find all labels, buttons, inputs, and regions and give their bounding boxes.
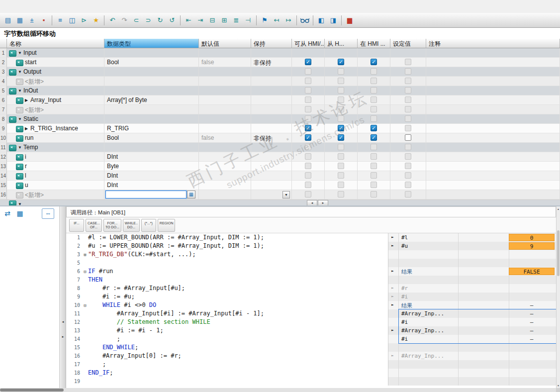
comment-cell[interactable] <box>426 143 560 152</box>
redo-icon[interactable]: ↷ <box>119 15 130 26</box>
comment-cell[interactable] <box>426 86 560 96</box>
comment-cell[interactable] <box>426 171 560 181</box>
retain-cell[interactable] <box>251 181 292 190</box>
variable-name[interactable]: R_TRIG_Instance <box>30 125 78 132</box>
column-header-hmi-accessible[interactable]: 可从 HMI/... <box>292 39 325 48</box>
column-header-comment[interactable]: 注释 <box>426 39 560 48</box>
datatype-cell[interactable] <box>104 77 199 86</box>
variable-name[interactable]: l <box>25 172 26 179</box>
watch-row[interactable]: ►#r <box>388 284 556 293</box>
retain-cell[interactable]: ▼ <box>251 190 292 199</box>
insert-network-icon[interactable]: ▤ <box>2 15 13 26</box>
comment-cell[interactable] <box>426 190 560 199</box>
comment-cell[interactable] <box>426 105 560 114</box>
retain-cell[interactable] <box>251 124 292 133</box>
datatype-cell[interactable]: R_TRIG <box>104 124 199 133</box>
comment-cell[interactable] <box>426 181 560 190</box>
watch-row[interactable]: ►结果FALSE <box>388 267 556 276</box>
retain-cell[interactable]: 非保持 <box>251 58 292 67</box>
retain-cell[interactable] <box>251 105 292 114</box>
goto-block-icon[interactable]: ◫ <box>67 15 78 26</box>
retain-dropdown-button[interactable]: ▼ <box>282 191 290 198</box>
column-header-setpoint[interactable]: 设定值 <box>390 39 426 48</box>
snippet-while-button[interactable]: WHILE.. DO... <box>123 219 140 232</box>
retain-cell[interactable] <box>251 143 292 152</box>
collapse-triangle[interactable]: ▼ <box>18 87 23 93</box>
scroll-up-arrow[interactable]: ▲ <box>557 206 560 211</box>
datatype-cell[interactable]: Bool <box>104 58 199 67</box>
default-value-cell[interactable] <box>199 143 251 152</box>
indent-icon[interactable]: ⇥ <box>195 15 206 26</box>
datatype-cell[interactable] <box>104 67 199 77</box>
variable-name[interactable]: run <box>25 134 33 141</box>
expand-all-icon[interactable]: ⊞ <box>219 15 230 26</box>
retain-cell[interactable] <box>251 86 292 96</box>
retain-cell[interactable] <box>251 152 292 162</box>
retain-cell[interactable] <box>251 48 292 58</box>
snippet-comment-button[interactable]: (*...*) <box>141 219 156 232</box>
comment-cell[interactable] <box>426 67 560 77</box>
watch-row[interactable]: ►#i <box>388 293 556 301</box>
pane-splitter[interactable]: ◄ ► <box>60 206 66 388</box>
watch-row[interactable]: ►#l0 <box>388 233 556 242</box>
comment-cell[interactable] <box>426 48 560 58</box>
fold-toggle[interactable]: ⊟ <box>82 268 88 276</box>
add-block-icon[interactable]: ▦ <box>14 15 25 26</box>
step-back-icon[interactable]: ↤ <box>271 15 282 26</box>
hmi-writable-checkbox[interactable]: ✓ <box>338 125 344 131</box>
datatype-browse-button[interactable]: ▦ <box>187 191 195 198</box>
absolute-symbolic-icon[interactable]: ⊣ <box>243 15 254 26</box>
watch-row[interactable]: #Array_Inp...– <box>388 309 556 318</box>
snapshot-icon[interactable]: ◧ <box>316 15 327 26</box>
stop-monitor-icon[interactable]: ▆ <box>344 15 355 26</box>
expand-triangle[interactable]: ▶ <box>25 125 30 131</box>
hmi-accessible-checkbox[interactable]: ✓ <box>305 134 311 141</box>
collapse-triangle[interactable]: ▼ <box>18 49 23 55</box>
call-structure-icon[interactable]: ⊳ <box>79 15 90 26</box>
datatype-cell[interactable]: ▦ <box>104 190 199 199</box>
fold-toggle[interactable]: ⊞ <box>82 251 88 259</box>
column-header-hmi-writable[interactable]: 从 H... <box>325 39 358 48</box>
comment-cell[interactable] <box>426 152 560 162</box>
snippet-for-button[interactable]: FOR... TO DO... <box>103 219 121 232</box>
watch-row[interactable]: #i– <box>388 335 556 343</box>
default-value-cell[interactable] <box>199 171 251 181</box>
variable-name[interactable]: i <box>25 153 26 160</box>
hmi-writable-checkbox[interactable]: ✓ <box>338 59 344 65</box>
show-comments-icon[interactable]: ≣ <box>231 15 242 26</box>
variable-name[interactable]: <新增> <box>25 106 44 113</box>
default-value-cell[interactable] <box>199 96 251 105</box>
column-header-name[interactable]: 名称 <box>7 39 104 48</box>
default-value-cell[interactable] <box>199 114 251 124</box>
datatype-input[interactable] <box>105 191 187 198</box>
datatype-cell[interactable]: DInt <box>104 152 199 162</box>
default-value-cell[interactable] <box>199 67 251 77</box>
favorites-icon[interactable]: ★ <box>91 15 101 26</box>
default-value-cell[interactable] <box>199 190 251 199</box>
variable-name[interactable]: <新增> <box>25 78 44 85</box>
datatype-cell[interactable]: DInt <box>104 181 199 190</box>
datatype-cell[interactable]: Bool <box>104 133 199 143</box>
column-header-datatype[interactable]: 数据类型 <box>104 39 199 48</box>
code-area[interactable]: 1#l := LOWER_BOUND(ARR := #Array_Input, … <box>66 233 556 388</box>
datatype-cell[interactable]: Array[*] of Byte <box>104 96 199 105</box>
datatype-cell[interactable] <box>104 143 199 152</box>
datatype-cell[interactable]: Byte <box>104 162 199 171</box>
hmi-visible-checkbox[interactable]: ✓ <box>371 59 377 65</box>
watch-row[interactable]: ►#u9 <box>388 242 556 250</box>
watch-row[interactable]: ►#Array_Inp...– <box>388 326 556 335</box>
outdent-icon[interactable]: ⇤ <box>183 15 194 26</box>
snippet-region-button[interactable]: REGION <box>158 219 176 232</box>
datatype-cell[interactable] <box>104 48 199 58</box>
network-overview-icon[interactable]: ▦ <box>15 208 25 218</box>
vertical-scrollbar[interactable]: ▲ ▼ <box>556 206 560 388</box>
hmi-accessible-checkbox[interactable]: ✓ <box>305 59 311 65</box>
fold-toggle[interactable]: ⊟ <box>82 301 88 310</box>
open-all-branches-icon[interactable]: ± <box>26 15 37 26</box>
compare-editor-icon[interactable]: ⇄ <box>2 208 12 218</box>
collapse-pane-left-arrow[interactable]: ◄ <box>61 318 65 326</box>
datatype-cell[interactable] <box>104 86 199 96</box>
synchronize-scroll-button[interactable]: ⇔ <box>42 208 54 219</box>
open-call-icon[interactable]: ⊂ <box>131 15 142 26</box>
column-header-retain[interactable]: 保持 <box>251 39 292 48</box>
